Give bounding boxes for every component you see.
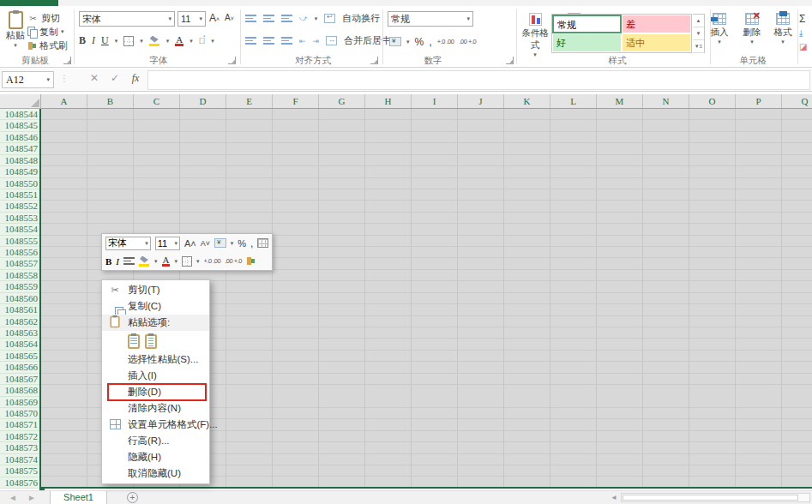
percent-style-button[interactable]: % xyxy=(415,36,424,48)
cell-style-适中[interactable]: 适中 xyxy=(622,33,691,52)
copy-button[interactable]: 复制 ▾ xyxy=(27,25,75,39)
row-header[interactable]: 1048555 xyxy=(0,236,41,247)
clear-button[interactable]: ◪ xyxy=(799,40,812,54)
row-header[interactable]: 1048549 xyxy=(0,166,41,177)
decrease-decimal-button[interactable]: .00 +.0 xyxy=(459,38,476,45)
sheet-tab-sheet1[interactable]: Sheet1 xyxy=(51,491,107,504)
row-headers[interactable]: 1048544104854510485461048547104854810485… xyxy=(0,109,41,489)
menu-item-行高[interactable]: 行高(R)... xyxy=(102,433,209,449)
insert-cells-button[interactable]: 插入 ▾ xyxy=(703,13,736,45)
mini-grow-font-button[interactable]: A˄ xyxy=(184,238,196,249)
row-header[interactable]: 1048567 xyxy=(0,374,41,385)
align-middle-button[interactable] xyxy=(263,13,274,24)
menu-item-隐藏[interactable]: 隐藏(H) xyxy=(102,449,209,465)
row-header[interactable]: 1048557 xyxy=(0,258,41,269)
align-top-button[interactable] xyxy=(245,13,256,24)
menu-item-取消隐藏[interactable]: 取消隐藏(U) xyxy=(102,465,209,482)
formula-bar-splitter[interactable]: ⋮ xyxy=(60,74,69,83)
insert-function-button[interactable]: fx xyxy=(127,72,144,85)
cell-style-差[interactable]: 差 xyxy=(622,15,691,33)
row-header[interactable]: 1048569 xyxy=(0,397,41,408)
column-headers[interactable]: ABCDEFGHIJKLMNOPQ xyxy=(41,94,812,109)
row-header[interactable]: 1048571 xyxy=(0,419,41,430)
increase-decimal-button[interactable]: +.0 .00 xyxy=(437,38,454,45)
increase-indent-button[interactable]: ⇥ xyxy=(313,37,320,45)
enter-icon[interactable]: ✓ xyxy=(106,72,123,84)
column-header-M[interactable]: M xyxy=(597,94,643,109)
cell-style-好[interactable]: 好 xyxy=(552,33,622,52)
column-header-L[interactable]: L xyxy=(550,94,597,109)
column-header-I[interactable]: I xyxy=(412,94,458,109)
align-right-button[interactable] xyxy=(281,35,292,46)
menu-item-选择性粘贴[interactable]: 选择性粘贴(S)... xyxy=(102,351,209,368)
mini-table-icon[interactable] xyxy=(257,238,268,248)
add-sheet-button[interactable]: + xyxy=(127,492,138,503)
font-dialog-launcher[interactable] xyxy=(228,57,236,64)
column-header-O[interactable]: O xyxy=(689,94,736,109)
align-left-button[interactable] xyxy=(245,35,256,46)
row-header[interactable]: 1048544 xyxy=(0,109,41,120)
mini-comma-button[interactable]: , xyxy=(250,237,253,249)
menu-item-剪切[interactable]: ✂剪切(T) xyxy=(102,282,209,298)
column-header-J[interactable]: J xyxy=(458,94,504,109)
column-header-D[interactable]: D xyxy=(180,94,226,109)
menu-item-删除[interactable]: 删除(D) xyxy=(102,384,209,400)
column-header-F[interactable]: F xyxy=(273,94,319,109)
accounting-format-button[interactable] xyxy=(389,37,401,46)
row-header[interactable]: 1048565 xyxy=(0,351,41,362)
row-header[interactable]: 1048560 xyxy=(0,293,41,304)
shrink-font-button[interactable]: A˅ xyxy=(225,13,234,22)
mini-italic-button[interactable]: I xyxy=(116,256,119,267)
mini-font-size-combo[interactable]: 11 ▾ xyxy=(155,237,180,250)
column-header-G[interactable]: G xyxy=(319,94,365,109)
row-header[interactable]: 1048561 xyxy=(0,304,41,315)
row-header[interactable]: 1048545 xyxy=(0,120,41,131)
cell-style-常规[interactable]: 常规 xyxy=(552,15,622,33)
row-header[interactable]: 1048553 xyxy=(0,213,41,224)
orientation-button[interactable]: ⤻ xyxy=(299,14,308,23)
clipboard-dialog-launcher[interactable] xyxy=(63,57,71,64)
merge-center-button[interactable]: 合并后居中 xyxy=(344,34,391,47)
column-header-Q[interactable]: Q xyxy=(782,94,812,109)
menu-item-复制[interactable]: 复制(C) xyxy=(102,298,209,315)
row-header[interactable]: 1048575 xyxy=(0,465,41,477)
paste-button[interactable]: 粘贴 ▾ xyxy=(3,11,27,54)
mini-font-color-button[interactable]: A xyxy=(162,256,171,267)
row-header[interactable]: 1048572 xyxy=(0,431,41,442)
row-header[interactable]: 1048568 xyxy=(0,385,41,396)
number-format-combo[interactable]: 常规 ▾ xyxy=(388,11,473,27)
mini-format-painter-button[interactable] xyxy=(246,256,256,266)
column-header-E[interactable]: E xyxy=(226,94,273,109)
row-header[interactable]: 1048570 xyxy=(0,408,41,419)
mini-accounting-button[interactable] xyxy=(214,238,226,248)
row-header[interactable]: 1048576 xyxy=(0,477,41,489)
row-header[interactable]: 1048562 xyxy=(0,316,41,327)
menu-item-设置单元格格式[interactable]: 设置单元格格式(F)... xyxy=(102,417,209,433)
prev-sheet-icon[interactable]: ◄ xyxy=(9,493,17,502)
cell-styles-gallery[interactable]: 常规差好适中 xyxy=(551,14,692,53)
comma-style-button[interactable]: , xyxy=(429,35,432,48)
mini-shrink-font-button[interactable]: A˅ xyxy=(201,239,210,248)
paste-keep-formatting-icon[interactable] xyxy=(128,334,140,349)
row-header[interactable]: 1048566 xyxy=(0,362,41,373)
fill-color-button[interactable] xyxy=(149,36,160,46)
row-header[interactable]: 1048556 xyxy=(0,247,41,258)
column-header-B[interactable]: B xyxy=(87,94,134,109)
column-header-C[interactable]: C xyxy=(134,94,180,109)
conditional-formatting-button[interactable]: 条件格式 ▾ xyxy=(520,13,550,58)
select-all-corner[interactable] xyxy=(0,94,41,109)
row-header[interactable]: 1048554 xyxy=(0,224,41,235)
menu-item-粘贴选项:[interactable]: 粘贴选项: xyxy=(102,315,209,331)
row-header[interactable]: 1048573 xyxy=(0,442,41,453)
row-header[interactable]: 1048559 xyxy=(0,281,41,292)
row-header[interactable]: 1048564 xyxy=(0,339,41,350)
scroll-left-icon[interactable]: ◄ xyxy=(611,494,617,501)
format-painter-button[interactable]: 格式刷 xyxy=(27,39,75,52)
name-box[interactable]: A12 ▾ xyxy=(2,71,54,88)
italic-button[interactable]: I xyxy=(92,34,95,47)
delete-cells-button[interactable]: 删除 ▾ xyxy=(736,13,768,45)
cut-button[interactable]: ✂ 剪切 xyxy=(27,11,75,25)
bold-button[interactable]: B xyxy=(79,34,86,47)
column-header-N[interactable]: N xyxy=(643,94,689,109)
mini-percent-button[interactable]: % xyxy=(238,238,246,249)
